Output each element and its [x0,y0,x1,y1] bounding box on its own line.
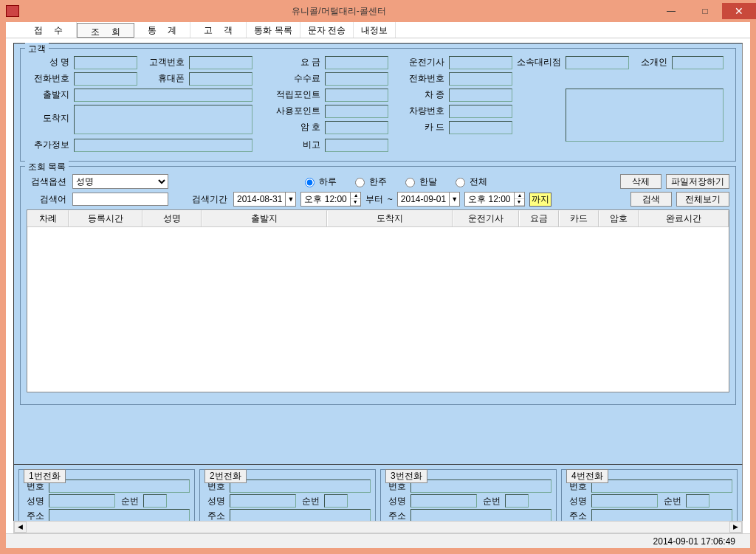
fld-agency[interactable] [566,56,629,69]
fld-name[interactable] [74,56,137,69]
table-body[interactable] [27,227,729,392]
dropdown-icon[interactable]: ▼ [449,193,459,206]
fld-remark[interactable] [325,139,388,152]
fld-commission[interactable] [325,72,388,86]
lbl-referrer: 소개인 [635,56,669,69]
col-card[interactable]: 카드 [559,210,599,226]
radio-day[interactable]: 하루 [301,176,337,188]
fld-dtel[interactable] [449,72,512,86]
fld-fee[interactable] [325,56,388,69]
fld-card[interactable] [449,121,512,134]
time-from[interactable]: 오후 12:00▲▼ [300,192,360,207]
line2-title: 2번전화 [205,469,247,483]
fld-l1-name[interactable] [49,494,115,508]
spinner-icon[interactable]: ▲▼ [514,193,524,206]
h-scrollbar[interactable]: ◀ ▶ [13,521,743,533]
fld-extra[interactable] [74,139,252,152]
lbl-custno: 고객번호 [142,56,186,69]
search-option-select[interactable]: 성명 [72,174,168,189]
tilde: ~ [388,194,393,204]
line1-title: 1번전화 [24,469,66,483]
fld-memo[interactable] [566,89,724,142]
scroll-left-icon[interactable]: ◀ [14,522,27,533]
lbl-search-option: 검색옵션 [27,176,68,188]
col-name[interactable]: 성명 [142,210,202,226]
lbl-tel: 전화번호 [27,72,71,85]
fld-l4-no[interactable] [591,479,732,493]
customer-group-title: 고객 [25,43,49,55]
lbl-fee: 요 금 [278,56,322,69]
lbl-agency: 소속대리점 [515,56,563,69]
fld-l2-name[interactable] [230,494,296,508]
dropdown-icon[interactable]: ▼ [285,193,295,206]
line3-box: 3번전화 번호 성명순번 주소 [380,469,557,527]
fld-to[interactable] [74,105,252,134]
menu-customer[interactable]: 고 객 [190,22,247,38]
app-icon [6,5,19,17]
close-button[interactable]: ✕ [722,3,756,19]
fld-referrer[interactable] [672,56,724,69]
client-area: 접 수 조 회 통 계 고 객 통화 목록 문자 전송 내정보 고객 성 명 고… [6,22,750,548]
lbl-period: 검색기간 [192,193,229,206]
fld-savept[interactable] [325,89,388,102]
fld-driver[interactable] [449,56,512,69]
menu-bar: 접 수 조 회 통 계 고 객 통화 목록 문자 전송 내정보 [6,22,750,38]
show-all-button[interactable]: 전체보기 [676,192,729,207]
col-fee[interactable]: 요금 [519,210,559,226]
save-file-button[interactable]: 파일저장하기 [666,174,729,189]
minimize-button[interactable]: — [654,3,688,19]
radio-all[interactable]: 전체 [452,176,487,188]
date-from[interactable]: 2014-08-31▼ [233,192,296,207]
fld-l2-seq[interactable] [324,494,348,508]
lbl-dtel: 전화번호 [402,72,446,85]
menu-sms[interactable]: 문자 전송 [300,22,354,38]
menu-accept[interactable]: 접 수 [21,22,77,38]
fld-pw[interactable] [325,121,388,134]
fld-custno[interactable] [189,56,252,69]
col-regtime[interactable]: 등록시간 [69,210,142,226]
delete-button[interactable]: 삭제 [620,174,662,189]
time-to[interactable]: 오후 12:00▲▼ [464,192,524,207]
fld-usept[interactable] [325,105,388,118]
lbl-l1-seq: 순번 [118,495,140,508]
maximize-button[interactable]: □ [688,3,722,19]
scroll-right-icon[interactable]: ▶ [729,522,742,533]
fld-carno[interactable] [449,105,512,118]
fld-l4-name[interactable] [591,494,658,508]
line3-title: 3번전화 [385,469,427,483]
lbl-keyword: 검색어 [27,193,68,206]
col-seq[interactable]: 차례 [27,210,69,226]
spinner-icon[interactable]: ▲▼ [350,193,360,206]
col-from[interactable]: 출발지 [202,210,327,226]
line4-box: 4번전화 번호 성명순번 주소 [561,469,738,527]
fld-l3-seq[interactable] [505,494,529,508]
radio-month[interactable]: 한달 [402,176,437,188]
radio-week[interactable]: 한주 [351,176,387,188]
fld-l4-seq[interactable] [686,494,709,508]
fld-cartype[interactable] [449,89,512,102]
col-to[interactable]: 도착지 [327,210,453,226]
line4-title: 4번전화 [566,469,608,483]
main-panel: 고객 성 명 고객번호 요 금 운전기사 소속대리점 소개인 전화번호 휴대폰 [13,43,743,473]
window-title: 유니콜/머털대리-콜센터 [24,5,654,18]
fld-l1-no[interactable] [49,479,190,493]
date-to[interactable]: 2014-09-01▼ [397,192,460,207]
col-done[interactable]: 완료시간 [639,210,729,226]
col-pw[interactable]: 암호 [599,210,639,226]
fld-l2-no[interactable] [230,479,371,493]
fld-l1-seq[interactable] [143,494,167,508]
fld-mobile[interactable] [189,72,252,86]
fld-from[interactable] [74,89,252,102]
menu-query[interactable]: 조 회 [77,23,134,38]
col-driver[interactable]: 운전기사 [453,210,519,226]
menu-myinfo[interactable]: 내정보 [354,22,396,38]
menu-calllog[interactable]: 통화 목록 [247,22,300,38]
fld-l3-name[interactable] [410,494,477,508]
menu-stats[interactable]: 통 계 [134,22,190,38]
search-button[interactable]: 검색 [630,192,672,207]
fld-tel[interactable] [74,72,137,86]
search-row-2: 검색어 검색기간 2014-08-31▼ 오후 12:00▲▼ 부터 ~ 201… [27,192,729,207]
fld-l3-no[interactable] [410,479,551,493]
customer-group: 고객 성 명 고객번호 요 금 운전기사 소속대리점 소개인 전화번호 휴대폰 [20,48,736,162]
keyword-input[interactable] [72,193,168,206]
